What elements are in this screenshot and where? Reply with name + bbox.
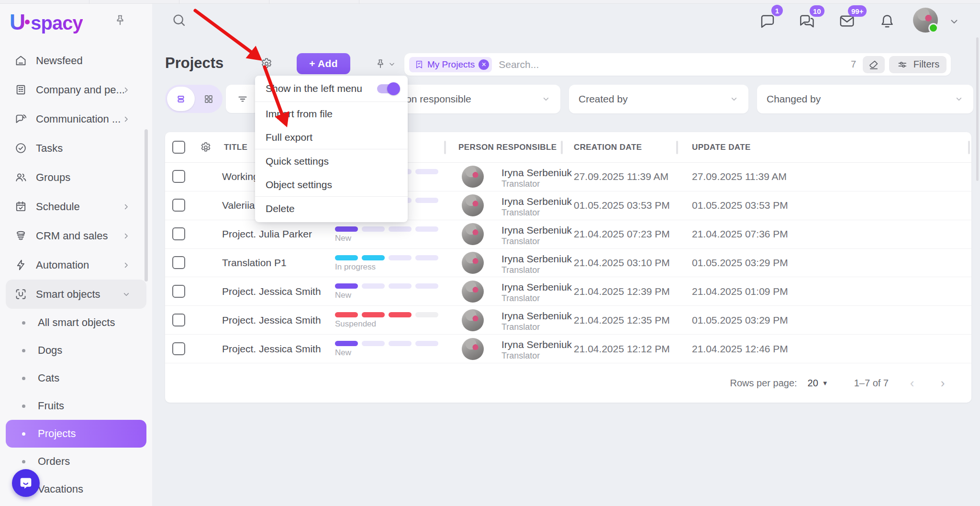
project-title[interactable]: Valeriia xyxy=(222,200,255,211)
sidebar-item-schedule[interactable]: Schedule xyxy=(0,192,152,221)
column-header-created[interactable]: CREATION DATE xyxy=(574,132,642,163)
filter-dropdown-created-by[interactable]: Created by xyxy=(569,85,748,113)
sidebar-item-communication[interactable]: Communication ... xyxy=(0,104,152,134)
sidebar-item-label: All smart objects xyxy=(38,316,115,329)
menu-item-object-settings[interactable]: Object settings xyxy=(255,173,408,196)
sidebar-item-groups[interactable]: Groups xyxy=(0,163,152,192)
person-avatar[interactable] xyxy=(462,338,484,360)
sidebar-scrollbar[interactable] xyxy=(145,129,148,281)
progress-segments xyxy=(335,255,438,260)
chat-widget-button[interactable] xyxy=(12,469,40,497)
project-title[interactable]: Working xyxy=(222,171,259,182)
projects-settings-gear-icon[interactable] xyxy=(259,56,274,71)
column-divider[interactable] xyxy=(444,141,446,154)
chevron-right-icon xyxy=(122,231,131,241)
group-chats-badge: 10 xyxy=(810,5,824,17)
menu-item-full-export[interactable]: Full export xyxy=(255,125,408,149)
row-checkbox[interactable] xyxy=(172,285,185,298)
row-checkbox[interactable] xyxy=(172,256,185,269)
project-title[interactable]: Project. Julia Parker xyxy=(222,228,312,240)
person-avatar[interactable] xyxy=(462,223,484,245)
rows-per-page-select[interactable]: 20 ▼ xyxy=(808,378,828,389)
person-name[interactable]: Iryna Serbeniuk xyxy=(501,225,572,236)
table-row[interactable]: Project. Jessica SmithSuspendedIryna Ser… xyxy=(165,306,971,335)
row-checkbox[interactable] xyxy=(172,227,185,240)
row-checkbox[interactable] xyxy=(172,342,185,355)
person-avatar[interactable] xyxy=(462,252,484,274)
sidebar-item-company-and-pe[interactable]: Company and pe... xyxy=(0,75,152,104)
profile-chevron-down-icon[interactable] xyxy=(948,16,960,27)
project-title[interactable]: Project. Jessica Smith xyxy=(222,315,321,326)
person-avatar[interactable] xyxy=(462,194,484,216)
columns-gear-icon[interactable] xyxy=(199,141,212,154)
page-scrollbar[interactable] xyxy=(976,37,979,181)
chevron-right-icon xyxy=(122,260,131,270)
search-input[interactable] xyxy=(499,59,851,70)
column-header-person[interactable]: PERSON RESPONSIBLE xyxy=(458,132,557,163)
sidebar-item-fruits[interactable]: Fruits xyxy=(0,392,152,420)
column-divider[interactable] xyxy=(561,141,563,154)
chip-close-icon[interactable]: × xyxy=(479,59,489,70)
search-icon[interactable] xyxy=(171,12,187,28)
uspacy-logo[interactable]: Uspacy xyxy=(10,9,83,35)
column-divider[interactable] xyxy=(968,141,970,154)
person-avatar[interactable] xyxy=(462,281,484,303)
person-name[interactable]: Iryna Serbeniuk xyxy=(501,339,572,350)
show-in-left-menu-toggle[interactable] xyxy=(377,84,399,93)
row-checkbox[interactable] xyxy=(172,199,185,212)
table-row[interactable]: Project. Julia ParkerNewIryna SerbeniukT… xyxy=(165,220,971,249)
sidebar-item-newsfeed[interactable]: Newsfeed xyxy=(0,46,152,75)
grid-view-icon xyxy=(202,93,215,105)
rows-per-page-value: 20 xyxy=(808,378,818,389)
add-button[interactable]: + Add xyxy=(297,53,350,74)
person-avatar[interactable] xyxy=(462,166,484,188)
project-title[interactable]: Project. Jessica Smith xyxy=(222,286,321,297)
sidebar-item-smart-objects[interactable]: Smart objects xyxy=(6,280,146,309)
person-avatar[interactable] xyxy=(462,309,484,331)
column-header-updated[interactable]: UPDATE DATE xyxy=(692,132,751,163)
menu-item-import-from-file[interactable]: Import from file xyxy=(255,102,408,125)
sidebar-item-automation[interactable]: Automation xyxy=(0,250,152,280)
menu-item-show-in-left-menu[interactable]: Show in the left menu xyxy=(255,76,408,101)
clear-filters-button[interactable] xyxy=(863,56,885,73)
sidebar-item-tasks[interactable]: Tasks xyxy=(0,134,152,163)
sidebar-item-all-smart-objects[interactable]: All smart objects xyxy=(0,309,152,337)
table-row[interactable]: Project. Jessica SmithNewIryna Serbeniuk… xyxy=(165,335,971,363)
project-title[interactable]: Project. Jessica Smith xyxy=(222,343,321,355)
my-projects-filter-chip[interactable]: My Projects × xyxy=(409,57,492,72)
person-name[interactable]: Iryna Serbeniuk xyxy=(501,196,572,207)
automation-icon xyxy=(14,259,27,271)
menu-item-delete[interactable]: Delete xyxy=(255,197,408,220)
update-date: 21.04.2025 07:36 PM xyxy=(692,228,788,240)
select-all-checkbox[interactable] xyxy=(172,141,185,154)
table-row[interactable]: Translation P1In progressIryna Serbeniuk… xyxy=(165,249,971,278)
person-name[interactable]: Iryna Serbeniuk xyxy=(501,281,572,293)
person-name[interactable]: Iryna Serbeniuk xyxy=(501,310,572,322)
sidebar-item-cats[interactable]: Cats xyxy=(0,364,152,392)
sidebar-item-projects[interactable]: Projects xyxy=(6,420,146,448)
filter-dropdown-changed-by[interactable]: Changed by xyxy=(757,85,973,113)
filters-button[interactable]: Filters xyxy=(889,56,947,73)
table-row[interactable]: Project. Jessica SmithNewIryna Serbeniuk… xyxy=(165,277,971,306)
next-page-button[interactable]: › xyxy=(935,376,950,391)
column-divider[interactable] xyxy=(676,141,678,154)
grid-view-button[interactable] xyxy=(195,87,223,111)
sidebar-item-crm-and-sales[interactable]: CRM and sales xyxy=(0,221,152,250)
row-checkbox[interactable] xyxy=(172,314,185,326)
column-header-title[interactable]: TITLE xyxy=(224,132,247,163)
view-mode-toggle xyxy=(165,85,223,113)
sort-button[interactable] xyxy=(226,85,259,113)
previous-page-button[interactable]: ‹ xyxy=(905,376,919,391)
sidebar: Uspacy NewsfeedCompany and pe...Communic… xyxy=(0,4,152,506)
menu-item-quick-settings[interactable]: Quick settings xyxy=(255,149,408,173)
sidebar-pin-icon[interactable] xyxy=(113,13,127,28)
list-view-button[interactable] xyxy=(167,87,195,111)
sidebar-item-dogs[interactable]: Dogs xyxy=(0,337,152,364)
user-avatar[interactable] xyxy=(913,8,938,33)
project-title[interactable]: Translation P1 xyxy=(222,257,287,269)
person-name[interactable]: Iryna Serbeniuk xyxy=(501,253,572,265)
notifications-bell-icon[interactable] xyxy=(879,12,896,30)
pinned-filters-button[interactable] xyxy=(374,55,403,74)
row-checkbox[interactable] xyxy=(172,170,185,183)
person-name[interactable]: Iryna Serbeniuk xyxy=(501,167,572,179)
